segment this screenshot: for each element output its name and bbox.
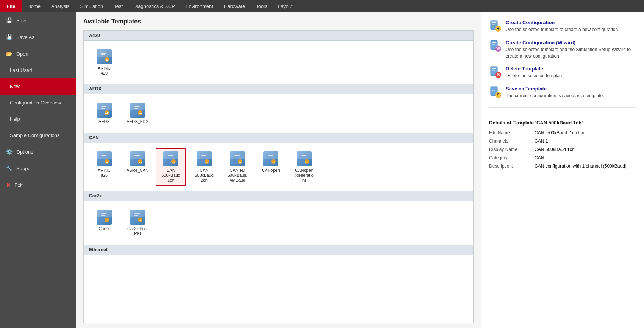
right-panel: + Create Configuration Use the selected … [481, 12, 644, 328]
template-scroll-container[interactable]: A429 A ARINC429 AFDX AF [83, 30, 474, 323]
template-icon-arinc825: 82 [97, 151, 112, 166]
svg-text:S: S [497, 93, 500, 97]
svg-text:+: + [497, 26, 499, 31]
sidebar-item-support[interactable]: 🔧 Support [0, 160, 76, 177]
svg-rect-33 [201, 157, 205, 157]
template-name-afdx: AFDX [98, 119, 109, 124]
details-row-channels: Channels: CAN 1 [489, 138, 636, 144]
environment-menu[interactable]: Environment [180, 0, 219, 12]
svg-text:FD: FD [139, 112, 142, 115]
sidebar-item-new[interactable]: New [0, 78, 76, 95]
template-icon-can500k2ch: C2 [197, 151, 212, 166]
test-menu[interactable]: Test [108, 0, 128, 12]
template-item-canopen[interactable]: CO CANopen [256, 148, 286, 186]
svg-rect-73 [492, 68, 496, 69]
template-item-canopen-gen[interactable]: CG CANopen(generation) [289, 148, 319, 186]
delete-template-title[interactable]: Delete Template [506, 66, 563, 72]
svg-text:W: W [496, 47, 500, 51]
template-icon-afdx-fds: FD [130, 103, 145, 118]
template-name-afdx-fds: AFDX_FDS [127, 119, 148, 124]
svg-rect-2 [101, 53, 106, 54]
svg-rect-53 [101, 215, 105, 216]
details-row-filename: File Name: CAN_500kBaud_1ch.tcn [489, 130, 636, 135]
menubar: File Home Analysis Simulation Test Diagn… [0, 0, 644, 12]
sidebar-item-configuration-overview[interactable]: Configuration Overview [0, 95, 76, 111]
svg-rect-52 [101, 213, 106, 214]
template-item-afdx-fds[interactable]: FD AFDX_FDS [122, 99, 153, 127]
sidebar-sample-configs-label: Sample Configurations [10, 132, 60, 138]
file-menu[interactable]: File [0, 0, 22, 12]
tools-menu[interactable]: Tools [250, 0, 272, 12]
section-header-ethernet: Ethernet [84, 245, 473, 255]
sidebar-help-label: Help [10, 116, 20, 122]
template-icon-asr4-can: AS [130, 151, 145, 166]
template-items-ethernet [84, 255, 473, 270]
sidebar-item-last-used[interactable]: Last Used [0, 62, 76, 78]
svg-rect-37 [234, 155, 240, 156]
template-item-arinc825[interactable]: 82 ARINC825 [89, 148, 119, 186]
svg-rect-18 [101, 157, 105, 157]
create-configuration-title[interactable]: Create Configuration [506, 20, 618, 25]
svg-rect-64 [492, 24, 495, 25]
sidebar-open-label: Open [16, 51, 28, 57]
template-item-afdx[interactable]: AF AFDX [89, 99, 119, 127]
template-items-afdx: AF AFDX FD AFDX_FDS [84, 94, 473, 132]
action-text-save-as-template: Save as Template The current configurati… [506, 86, 604, 99]
svg-text:C1: C1 [172, 161, 175, 163]
template-name-canopen-gen: CANopen(generation) [295, 168, 314, 183]
save-as-icon: 💾 [6, 34, 13, 40]
app-body: 💾 Save 💾 Save As 📂 Open Last Used New Co… [0, 12, 644, 328]
sidebar-item-open[interactable]: 📂 Open [0, 45, 76, 62]
action-create-configuration-wizard[interactable]: W Create Configuration (Wizard) Use the … [489, 40, 636, 59]
template-item-arinc429[interactable]: A ARINC429 [89, 46, 119, 79]
svg-rect-38 [234, 157, 238, 157]
svg-rect-7 [101, 106, 106, 107]
delete-template-icon: ✕ [489, 66, 501, 78]
svg-rect-74 [492, 70, 495, 71]
sidebar-item-save[interactable]: 💾 Save [0, 12, 76, 29]
sidebar-exit-label: Exit [14, 182, 23, 188]
details-value-display-name: CAN 500kBaud 1ch [535, 147, 574, 152]
home-menu[interactable]: Home [22, 0, 46, 12]
sidebar-item-save-as[interactable]: 💾 Save As [0, 29, 76, 45]
details-label-description: Description: [489, 163, 535, 169]
template-item-can500k2ch[interactable]: C2 CAN500kBaud2ch [189, 148, 219, 186]
save-icon: 💾 [6, 17, 13, 23]
template-item-canfd[interactable]: FD CAN FD500kBaud/4MBaud [222, 148, 253, 186]
sidebar-last-used-label: Last Used [10, 67, 32, 73]
svg-rect-47 [301, 155, 306, 156]
diagnostics-menu[interactable]: Diagnostics & XCP [128, 0, 180, 12]
action-text-create-configuration: Create Configuration Use the selected te… [506, 20, 618, 33]
sidebar-item-options[interactable]: ⚙️ Options [0, 143, 76, 160]
sidebar-item-exit[interactable]: ✖ Exit [0, 177, 76, 193]
create-configuration-wizard-title[interactable]: Create Configuration (Wizard) [506, 40, 636, 45]
analysis-menu[interactable]: Analysis [46, 0, 75, 12]
template-item-asr4-can[interactable]: AS ASR4_CAN [122, 148, 153, 186]
template-item-can500k1ch[interactable]: C1 CAN500kBaud1ch [156, 148, 186, 186]
svg-rect-42 [268, 155, 273, 156]
hardware-menu[interactable]: Hardware [219, 0, 250, 12]
delete-template-desc: Delete the selected template [506, 73, 563, 79]
template-item-car2x[interactable]: C2 Car2x [89, 207, 119, 239]
svg-rect-48 [301, 157, 305, 157]
svg-text:AF: AF [105, 112, 109, 115]
action-save-as-template[interactable]: S Save as Template The current configura… [489, 86, 636, 99]
action-delete-template[interactable]: ✕ Delete Template Delete the selected te… [489, 66, 636, 79]
sidebar-item-sample-configurations[interactable]: Sample Configurations [0, 127, 76, 143]
action-create-configuration[interactable]: + Create Configuration Use the selected … [489, 20, 636, 33]
svg-rect-69 [492, 44, 495, 45]
svg-rect-23 [134, 157, 138, 157]
template-name-canopen: CANopen [262, 168, 280, 173]
svg-text:CO: CO [272, 161, 275, 163]
template-icon-can500k1ch: C1 [163, 151, 178, 166]
svg-text:PK: PK [139, 219, 142, 222]
template-item-car2x-pilot-pki[interactable]: PK Car2x PilotPKI [122, 207, 153, 239]
simulation-menu[interactable]: Simulation [75, 0, 109, 12]
action-text-create-configuration-wizard: Create Configuration (Wizard) Use the se… [506, 40, 636, 59]
save-as-template-title[interactable]: Save as Template [506, 86, 604, 92]
sidebar-item-help[interactable]: Help [0, 111, 76, 127]
template-name-canfd: CAN FD500kBaud/4MBaud [228, 168, 248, 183]
svg-text:82: 82 [106, 161, 108, 163]
svg-rect-43 [268, 157, 272, 157]
layout-menu[interactable]: Layout [273, 0, 298, 12]
